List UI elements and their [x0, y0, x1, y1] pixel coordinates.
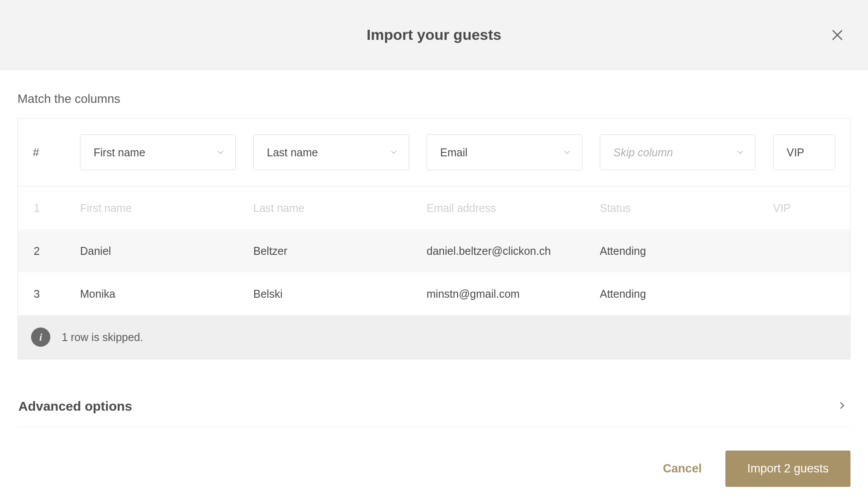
select-label: Email: [440, 146, 563, 159]
cancel-button[interactable]: Cancel: [661, 458, 704, 480]
cell-email: Email address: [427, 202, 600, 215]
column-match-table: # First name Last name: [18, 118, 850, 359]
match-columns-label: Match the columns: [18, 92, 850, 106]
column-select-vip[interactable]: VIP: [773, 134, 835, 170]
cell-status: Attending: [600, 288, 773, 300]
cell-first-name: Monika: [80, 288, 253, 300]
dialog-header: Import your guests: [0, 0, 868, 70]
cell-first-name: Daniel: [80, 245, 253, 257]
dialog-content: Match the columns # First name Last name: [0, 70, 868, 427]
table-row: 3 Monika Belski minstn@gmail.com Attendi…: [18, 272, 850, 315]
cell-last-name: Beltzer: [253, 245, 427, 257]
hash-column-header: #: [33, 146, 80, 159]
column-select-skip[interactable]: Skip column: [600, 134, 756, 170]
row-number: 2: [33, 245, 80, 257]
cell-status: Attending: [600, 245, 773, 257]
chevron-down-icon: [389, 148, 398, 157]
column-selects-row: # First name Last name: [18, 119, 850, 187]
column-select-first-name[interactable]: First name: [80, 134, 236, 170]
dialog-footer: Cancel Import 2 guests: [0, 451, 868, 500]
dialog-title: Import your guests: [367, 26, 501, 43]
cell-email: daniel.beltzer@clickon.ch: [427, 245, 600, 257]
info-bar: i 1 row is skipped.: [18, 315, 850, 359]
select-label: First name: [94, 146, 216, 159]
info-icon: i: [31, 327, 50, 347]
close-icon: [830, 28, 845, 42]
cell-last-name: Belski: [253, 288, 427, 300]
chevron-down-icon: [563, 148, 571, 157]
chevron-right-icon: [836, 400, 848, 413]
table-header-labels-row: 1 First name Last name Email address Sta…: [18, 187, 850, 229]
close-button[interactable]: [829, 26, 846, 44]
cell-status: Status: [600, 202, 773, 215]
table-row: 2 Daniel Beltzer daniel.beltzer@clickon.…: [18, 229, 850, 272]
chevron-down-icon: [216, 148, 225, 157]
row-number: 1: [33, 202, 80, 215]
row-number: 3: [33, 288, 80, 300]
cell-last-name: Last name: [253, 202, 427, 215]
chevron-down-icon: [736, 148, 745, 157]
select-label: Last name: [267, 146, 389, 159]
cell-vip: VIP: [773, 202, 835, 215]
column-select-email[interactable]: Email: [427, 134, 582, 170]
column-select-last-name[interactable]: Last name: [253, 134, 409, 170]
import-button[interactable]: Import 2 guests: [725, 451, 850, 487]
advanced-options-label: Advanced options: [18, 399, 132, 414]
cell-email: minstn@gmail.com: [427, 288, 600, 300]
advanced-options-toggle[interactable]: Advanced options: [18, 399, 850, 427]
cell-first-name: First name: [80, 202, 253, 215]
select-label: VIP: [787, 146, 824, 159]
info-text: 1 row is skipped.: [62, 331, 143, 344]
select-label: Skip column: [613, 146, 736, 159]
